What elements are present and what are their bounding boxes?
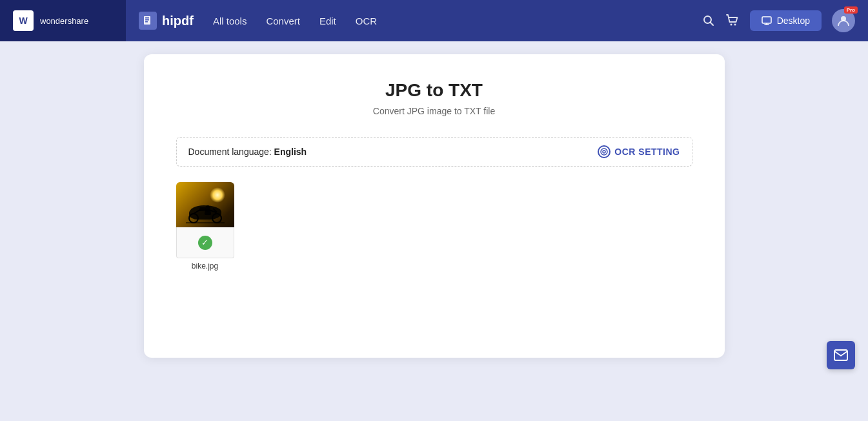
cart-button[interactable] [725,14,740,28]
main-card: JPG to TXT Convert JPG image to TXT file… [144,54,725,358]
svg-point-32 [189,214,198,223]
user-avatar-button[interactable]: Pro [832,9,855,32]
ocr-setting-icon [598,145,611,158]
svg-point-6 [730,24,732,26]
file-area: ✓ bike.jpg [176,182,692,271]
file-thumbnail [176,182,234,227]
svg-rect-1 [145,17,149,19]
language-value: English [274,147,307,157]
wondershare-brand[interactable]: W wondershare [13,10,88,31]
svg-line-5 [710,23,713,26]
svg-rect-8 [762,17,771,23]
ocr-setting-button[interactable]: OCR SETTING [598,145,680,158]
nav-all-tools[interactable]: All tools [213,12,247,30]
ws-logo-icon: W [13,10,34,31]
hipdf-icon [139,12,157,30]
language-label-prefix: Document language: [188,147,274,157]
nav-links: All tools Convert Edit OCR [213,12,377,30]
pro-badge: Pro [844,6,858,14]
svg-rect-2 [145,19,149,21]
language-bar: Document language: English OCR SETTING [176,137,692,167]
file-card[interactable]: ✓ bike.jpg [176,182,234,271]
desktop-btn-label: Desktop [777,15,810,26]
file-info-box: ✓ [176,227,234,258]
search-button[interactable] [702,14,715,27]
file-success-icon: ✓ [198,236,212,250]
nav-convert[interactable]: Convert [266,12,300,30]
svg-point-7 [734,24,736,26]
page-title: JPG to TXT [176,80,692,101]
navbar-actions: Desktop Pro [702,9,855,32]
svg-point-30 [601,149,607,155]
desktop-button[interactable]: Desktop [750,10,822,31]
page-subtitle: Convert JPG image to TXT file [176,106,692,116]
language-label: Document language: English [188,147,307,157]
sun-glow-decoration [210,187,225,203]
hipdf-label: hipdf [162,14,194,28]
svg-point-33 [212,214,221,223]
svg-rect-3 [145,21,148,23]
file-name-label: bike.jpg [176,262,234,271]
svg-point-31 [603,150,605,153]
nav-edit[interactable]: Edit [319,12,336,30]
nav-ocr[interactable]: OCR [356,12,377,30]
main-content: JPG to TXT Convert JPG image to TXT file… [0,41,868,371]
hipdf-brand[interactable]: hipdf [139,12,194,30]
ocr-setting-label: OCR SETTING [614,147,680,157]
wondershare-label: wondershare [40,16,88,26]
file-preview-image [176,182,234,227]
navbar: W wondershare hipdf All tools Convert Ed… [0,0,868,41]
brand-area: W wondershare [0,0,126,41]
